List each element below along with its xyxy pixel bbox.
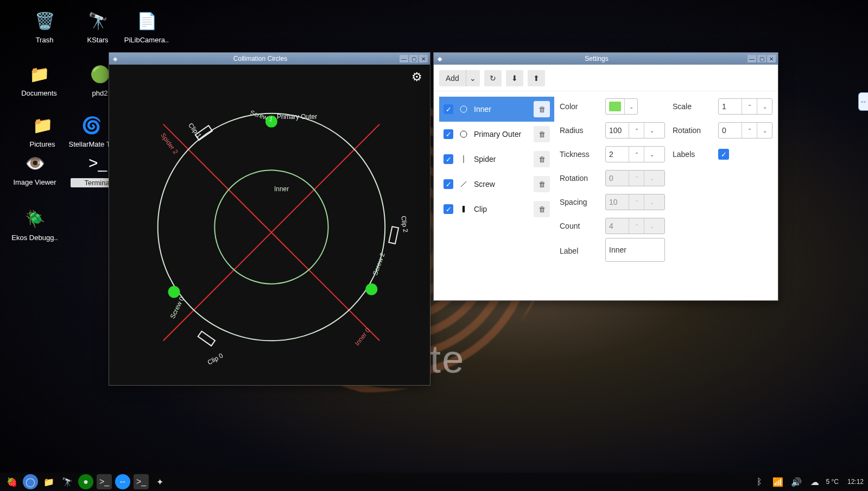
side-teamviewer-tab[interactable]: ↔ [858,92,868,111]
step-down-button[interactable]: ⌄ [757,99,772,114]
list-item-spider[interactable]: ✓Spider🗑 [439,147,554,172]
spacing-stepper: ⌃ ⌄ [605,194,665,210]
taskbar-filemanager[interactable]: 📁 [41,474,56,489]
step-up-button[interactable]: ⌃ [742,99,757,114]
titlebar-settings[interactable]: ◆ Settings — ▢ ✕ [434,53,778,65]
rotation-label: Rotation [560,174,598,182]
desktop-icon-trash[interactable]: 🗑️Trash [17,8,72,44]
svg-point-6 [365,284,377,295]
step-down-button[interactable]: ⌄ [757,123,772,138]
svg-rect-9 [389,226,398,244]
add-dropdown-button[interactable]: ⌄ [466,70,480,86]
weather-icon[interactable]: ☁ [807,474,822,489]
trash-icon: 🗑️ [31,8,58,34]
import-button[interactable]: ⬇ [506,70,523,86]
desktop-icon-ekosdebug[interactable]: 🪲Ekos Debugg.. [8,205,62,242]
delete-button[interactable]: 🗑 [534,176,550,192]
radius-input[interactable] [606,123,629,138]
list-item-primary_outer[interactable]: ✓Primary Outer🗑 [439,122,554,147]
spacing-input [606,194,629,210]
imageviewer-icon: 👁️ [22,150,48,176]
minimize-button[interactable]: — [747,55,756,62]
taskbar-kstars[interactable]: 🔭 [60,474,75,489]
item-checkbox[interactable]: ✓ [443,154,453,164]
desktop-icon-pilibcamera[interactable]: 📄PiLibCamera.. [119,8,174,44]
color-picker[interactable]: ⌄ [605,98,638,115]
collimation-canvas[interactable]: ⚙ Inner Primary Outer Spider 2 Clip 1 Sc… [109,65,430,385]
rotation2-stepper[interactable]: ⌃ ⌄ [718,122,772,139]
desktop-icon-documents[interactable]: 📁Documents [12,61,66,97]
item-checkbox[interactable]: ✓ [443,104,453,114]
step-up-button[interactable]: ⌃ [742,123,757,138]
step-up-button: ⌃ [629,218,644,234]
titlebar-collimation[interactable]: ◈ Collimation Circles — ▢ ✕ [109,53,430,65]
step-down-button[interactable]: ⌄ [644,123,659,138]
minimize-button[interactable]: — [400,55,408,62]
desktop-icon-imageviewer[interactable]: 👁️Image Viewer [8,150,62,186]
reset-button[interactable]: ↻ [484,70,502,86]
desktop-icon-label: PiLibCamera.. [119,36,174,44]
color-label: Color [560,102,598,111]
step-up-button[interactable]: ⌃ [629,147,644,162]
list-item-screw[interactable]: ✓Screw🗑 [439,172,554,197]
step-up-button: ⌃ [629,194,644,210]
desktop-icon-kstars[interactable]: 🔭KStars [71,8,125,44]
delete-button[interactable]: 🗑 [534,201,550,217]
taskbar-collimation[interactable]: ✦ [152,474,167,489]
app-icon: ◆ [436,55,443,62]
close-button[interactable]: ✕ [419,55,428,62]
taskbar-terminal[interactable]: >_ [97,474,112,489]
volume-icon[interactable]: 🔊 [789,474,804,489]
svg-text:Inner 0: Inner 0 [353,326,372,347]
tickness-input[interactable] [606,147,629,162]
scale-input[interactable] [719,99,742,114]
count-stepper: ⌃ ⌄ [605,218,665,234]
chevron-down-icon: ⌄ [470,74,476,83]
radius-stepper[interactable]: ⌃ ⌄ [605,122,665,139]
properties-panel: Color ⌄ Scale ⌃ ⌄ Radius ⌃ ⌄ Rotation [560,97,772,295]
item-label: Primary Outer [474,130,528,139]
step-up-button[interactable]: ⌃ [629,123,644,138]
rotation2-input[interactable] [719,123,742,138]
item-checkbox[interactable]: ✓ [443,129,453,139]
taskbar-teamviewer[interactable]: ↔ [115,474,130,489]
ekosdebug-icon: 🪲 [22,205,48,231]
delete-button[interactable]: 🗑 [534,151,550,167]
spacing-label: Spacing [560,198,598,206]
add-button[interactable]: Add [439,70,466,86]
window-settings: ◆ Settings — ▢ ✕ Add ⌄ ↻ ⬇ ⬆ ✓Inner🗑✓Pri… [433,52,778,301]
label-field[interactable] [605,238,665,262]
step-down-button: ⌄ [644,171,659,186]
rotation2-label: Rotation [673,126,711,135]
scale-stepper[interactable]: ⌃ ⌄ [718,98,772,115]
svg-text:Primary Outer: Primary Outer [277,113,317,121]
tickness-stepper[interactable]: ⌃ ⌄ [605,146,665,162]
maximize-button[interactable]: ▢ [757,55,766,62]
settings-toolbar: Add ⌄ ↻ ⬇ ⬆ [434,65,778,91]
export-button[interactable]: ⬆ [528,70,545,86]
item-list: ✓Inner🗑✓Primary Outer🗑✓Spider🗑✓Screw🗑✓Cl… [439,97,554,295]
list-item-inner[interactable]: ✓Inner🗑 [439,97,554,122]
step-down-button[interactable]: ⌄ [644,147,659,162]
label-input[interactable] [606,238,664,261]
maximize-button[interactable]: ▢ [409,55,418,62]
delete-button[interactable]: 🗑 [534,101,550,117]
desktop-icon-pictures[interactable]: 📁Pictures [15,112,69,148]
bluetooth-icon[interactable]: ᛒ [752,474,767,489]
trash-icon: 🗑 [538,155,546,163]
taskbar-terminal2[interactable]: >_ [134,474,149,489]
circle-icon [459,129,468,139]
start-menu-button[interactable]: 🍓 [4,474,20,489]
item-checkbox[interactable]: ✓ [443,204,453,214]
labels-checkbox[interactable]: ✓ [718,149,729,160]
svg-text:Screw 1: Screw 1 [249,109,274,123]
desktop-icon-label: Trash [17,36,72,44]
trash-icon: 🗑 [538,130,546,139]
wifi-icon[interactable]: 📶 [770,474,785,489]
taskbar-phd2[interactable]: ● [78,474,93,489]
taskbar-chromium[interactable]: ◯ [23,474,38,489]
close-button[interactable]: ✕ [767,55,776,62]
item-checkbox[interactable]: ✓ [443,179,453,189]
list-item-clip[interactable]: ✓Clip🗑 [439,197,554,222]
delete-button[interactable]: 🗑 [534,126,550,142]
